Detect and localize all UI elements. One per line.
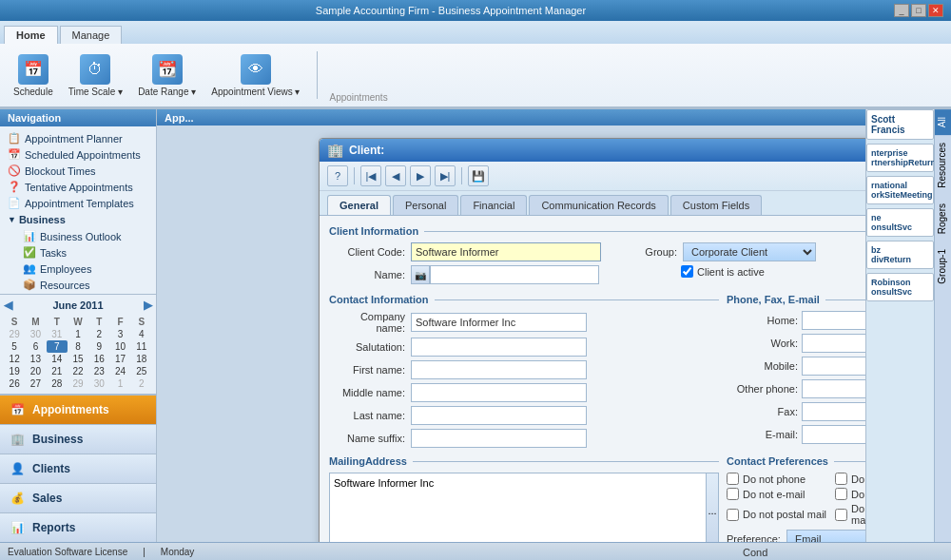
cal-date[interactable]: 14 bbox=[47, 353, 68, 365]
appointment-views-btn[interactable]: 👁 Appointment Views ▾ bbox=[205, 52, 305, 99]
pref-no-fax-checkbox[interactable] bbox=[835, 473, 847, 485]
pref-no-postal[interactable]: Do not postal mail bbox=[727, 503, 827, 526]
cal-date-today[interactable]: 7 bbox=[47, 340, 68, 353]
cal-date[interactable]: 29 bbox=[68, 377, 88, 390]
cal-date[interactable]: 15 bbox=[68, 353, 88, 365]
cal-date[interactable]: 24 bbox=[109, 365, 130, 377]
tab-custom-fields[interactable]: Custom Fields bbox=[670, 195, 762, 215]
cal-date[interactable]: 10 bbox=[109, 340, 130, 353]
nav-section-business[interactable]: ▼ Business bbox=[4, 211, 152, 228]
cal-date[interactable]: 26 bbox=[4, 377, 25, 390]
pref-no-phone[interactable]: Do not phone bbox=[727, 473, 827, 485]
cal-date[interactable]: 1 bbox=[109, 377, 130, 390]
right-tab-group1[interactable]: Group-1 bbox=[935, 241, 951, 292]
toolbar-first-btn[interactable]: |◀ bbox=[360, 165, 381, 186]
date-range-btn[interactable]: 📆 Date Range ▾ bbox=[132, 52, 202, 99]
calendar-next-btn[interactable]: ▶ bbox=[144, 299, 152, 312]
pref-no-bulk-postal-checkbox[interactable] bbox=[835, 509, 847, 521]
cal-date[interactable]: 17 bbox=[109, 353, 130, 365]
nav-blockout-times[interactable]: 🚫 Blockout Times bbox=[4, 163, 152, 179]
cal-date[interactable]: 3 bbox=[109, 328, 130, 340]
address-scrollbar[interactable]: ... bbox=[706, 473, 719, 542]
tab-home[interactable]: Home bbox=[4, 26, 58, 44]
cal-date[interactable]: 30 bbox=[25, 328, 46, 340]
cal-date[interactable]: 1 bbox=[68, 328, 88, 340]
cal-date[interactable]: 23 bbox=[88, 365, 109, 377]
cal-date[interactable]: 20 bbox=[25, 365, 46, 377]
cal-date[interactable]: 4 bbox=[131, 328, 152, 340]
right-tab-rogers[interactable]: Rogers bbox=[935, 196, 951, 241]
cal-date[interactable]: 25 bbox=[131, 365, 152, 377]
nav-templates-label: Appointment Templates bbox=[25, 198, 134, 209]
name-suffix-input[interactable] bbox=[411, 429, 587, 448]
nav-btn-appointments[interactable]: 📅 Appointments bbox=[0, 395, 156, 424]
cal-date[interactable]: 31 bbox=[47, 328, 68, 340]
time-scale-btn[interactable]: ⏱ Time Scale ▾ bbox=[63, 52, 128, 99]
cal-date[interactable]: 2 bbox=[131, 377, 152, 390]
minimize-btn[interactable]: _ bbox=[894, 4, 909, 17]
toolbar-help-btn[interactable]: ? bbox=[327, 165, 348, 186]
calendar-prev-btn[interactable]: ◀ bbox=[4, 299, 12, 312]
company-name-input[interactable] bbox=[411, 313, 587, 332]
cal-date[interactable]: 8 bbox=[68, 340, 88, 353]
nav-employees[interactable]: 👥Employees bbox=[19, 261, 152, 277]
cal-date[interactable]: 9 bbox=[88, 340, 109, 353]
middle-name-input[interactable] bbox=[411, 383, 587, 402]
close-btn[interactable]: ✕ bbox=[928, 4, 943, 17]
maximize-btn[interactable]: □ bbox=[911, 4, 926, 17]
toolbar-prev-btn[interactable]: ◀ bbox=[385, 165, 406, 186]
tab-communication-records[interactable]: Communication Records bbox=[529, 195, 668, 215]
client-code-input[interactable] bbox=[411, 242, 601, 261]
cal-date[interactable]: 12 bbox=[4, 353, 25, 365]
tab-manage[interactable]: Manage bbox=[60, 26, 123, 44]
tab-financial[interactable]: Financial bbox=[460, 195, 527, 215]
salutation-input[interactable] bbox=[411, 338, 587, 357]
toolbar-save-btn[interactable]: 💾 bbox=[468, 165, 489, 186]
nav-btn-business[interactable]: 🏢 Business bbox=[0, 424, 156, 454]
cal-date[interactable]: 29 bbox=[4, 328, 25, 340]
right-tab-all[interactable]: All bbox=[935, 109, 951, 135]
cal-date[interactable]: 18 bbox=[131, 353, 152, 365]
cal-date[interactable]: 5 bbox=[4, 340, 25, 353]
last-name-input[interactable] bbox=[411, 406, 587, 425]
tab-general[interactable]: General bbox=[327, 195, 391, 215]
cal-date[interactable]: 21 bbox=[47, 365, 68, 377]
name-picker-btn[interactable]: 📷 bbox=[411, 265, 430, 284]
group-select[interactable]: Corporate Client bbox=[683, 242, 816, 261]
tab-personal[interactable]: Personal bbox=[393, 195, 458, 215]
cal-date[interactable]: 6 bbox=[25, 340, 46, 353]
nav-tentative-appointments[interactable]: ❓ Tentative Appointments bbox=[4, 179, 152, 195]
cal-date[interactable]: 2 bbox=[88, 328, 109, 340]
mailing-address-input[interactable]: Software Informer Inc bbox=[329, 473, 719, 542]
cal-date[interactable]: 28 bbox=[47, 377, 68, 390]
first-name-input[interactable] bbox=[411, 360, 587, 379]
schedule-btn[interactable]: 📅 Schedule bbox=[8, 52, 59, 99]
cal-date[interactable]: 22 bbox=[68, 365, 88, 377]
cal-date[interactable]: 30 bbox=[88, 377, 109, 390]
nav-tasks[interactable]: ✅Tasks bbox=[19, 244, 152, 261]
nav-resources[interactable]: 📦Resources bbox=[19, 277, 152, 293]
nav-btn-sales[interactable]: 💰 Sales bbox=[0, 483, 156, 512]
nav-btn-clients[interactable]: 👤 Clients bbox=[0, 454, 156, 483]
pref-no-email-checkbox[interactable] bbox=[727, 488, 739, 500]
nav-appointment-templates[interactable]: 📄 Appointment Templates bbox=[4, 195, 152, 211]
toolbar-last-btn[interactable]: ▶| bbox=[435, 165, 456, 186]
nav-scheduled-appointments[interactable]: 📅 Scheduled Appointments bbox=[4, 146, 152, 163]
nav-business-outlook[interactable]: 📊Business Outlook bbox=[19, 228, 152, 244]
pref-no-bulk-email-checkbox[interactable] bbox=[835, 488, 847, 500]
cal-date[interactable]: 27 bbox=[25, 377, 46, 390]
toolbar-next-btn[interactable]: ▶ bbox=[410, 165, 431, 186]
right-tab-resources[interactable]: Resources bbox=[935, 135, 951, 196]
cal-date[interactable]: 19 bbox=[4, 365, 25, 377]
cal-date[interactable]: 16 bbox=[88, 353, 109, 365]
name-input[interactable] bbox=[430, 265, 599, 284]
pref-no-postal-checkbox[interactable] bbox=[727, 509, 739, 521]
pref-no-email[interactable]: Do not e-mail bbox=[727, 488, 827, 500]
client-active-label[interactable]: Client is active bbox=[681, 265, 765, 278]
nav-appointment-planner[interactable]: 📋 Appointment Planner bbox=[4, 130, 152, 146]
cal-date[interactable]: 13 bbox=[25, 353, 46, 365]
client-active-checkbox[interactable] bbox=[681, 265, 693, 278]
cal-date[interactable]: 11 bbox=[131, 340, 152, 353]
pref-no-phone-checkbox[interactable] bbox=[727, 473, 739, 485]
nav-btn-reports[interactable]: 📊 Reports bbox=[0, 512, 156, 542]
